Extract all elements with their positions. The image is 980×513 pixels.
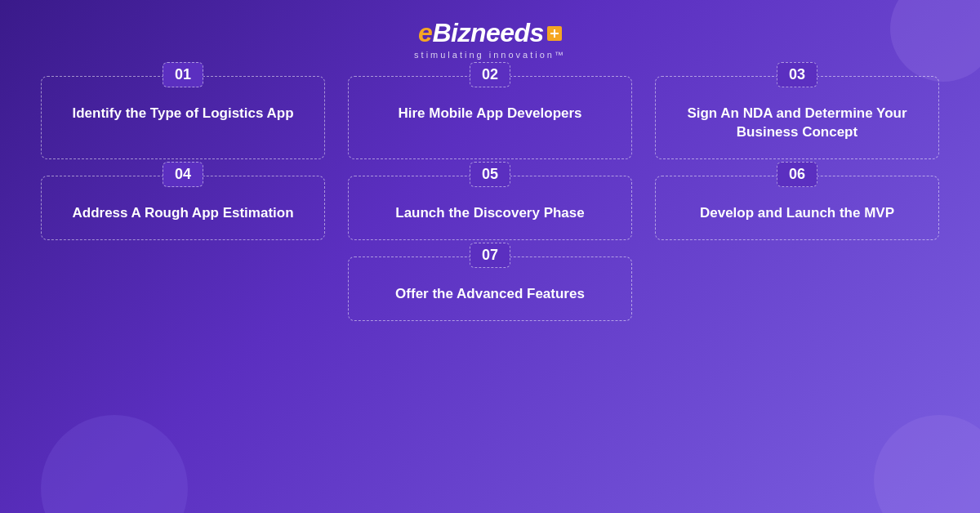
step-title-05: Launch the Discovery Phase: [365, 204, 615, 223]
step-card-04: 04Address A Rough App Estimation: [41, 176, 325, 240]
step-card-07: 07Offer the Advanced Features: [348, 256, 632, 321]
step-card-05: 05Launch the Discovery Phase: [348, 176, 632, 240]
logo-letter-e: e: [418, 18, 432, 48]
step-number-07: 07: [470, 243, 510, 268]
step-card-01: 01Identify the Type of Logistics App: [41, 76, 325, 159]
step-number-06: 06: [777, 162, 817, 187]
step-title-06: Develop and Launch the MVP: [672, 204, 922, 223]
step-number-04: 04: [163, 162, 203, 187]
step-number-05: 05: [470, 162, 510, 187]
step-title-01: Identify the Type of Logistics App: [58, 105, 308, 123]
step-number-02: 02: [470, 62, 510, 87]
logo-plus-icon: [547, 26, 562, 41]
step-card-03: 03Sign An NDA and Determine Your Busines…: [655, 76, 939, 159]
logo: e Bizneeds stimulating innovation™: [414, 18, 566, 60]
empty-cell-r3-c1: [41, 256, 325, 321]
logo-text: e Bizneeds: [418, 18, 562, 48]
step-card-06: 06Develop and Launch the MVP: [655, 176, 939, 240]
step-card-02: 02Hire Mobile App Developers: [348, 76, 632, 159]
step-number-01: 01: [163, 62, 203, 87]
deco-circle-bottom-right: [874, 415, 980, 513]
step-title-04: Address A Rough App Estimation: [58, 204, 308, 223]
step-title-03: Sign An NDA and Determine Your Business …: [672, 105, 922, 142]
empty-cell-r3-c3: [655, 256, 939, 321]
deco-circle-bottom-left: [41, 415, 188, 513]
steps-grid: 01Identify the Type of Logistics App02Hi…: [0, 68, 980, 329]
header: e Bizneeds stimulating innovation™: [0, 0, 980, 68]
logo-tagline: stimulating innovation™: [414, 50, 566, 60]
step-title-07: Offer the Advanced Features: [365, 285, 615, 304]
step-number-03: 03: [777, 62, 817, 87]
logo-letter-rest: Bizneeds: [432, 18, 543, 48]
step-title-02: Hire Mobile App Developers: [365, 105, 615, 123]
